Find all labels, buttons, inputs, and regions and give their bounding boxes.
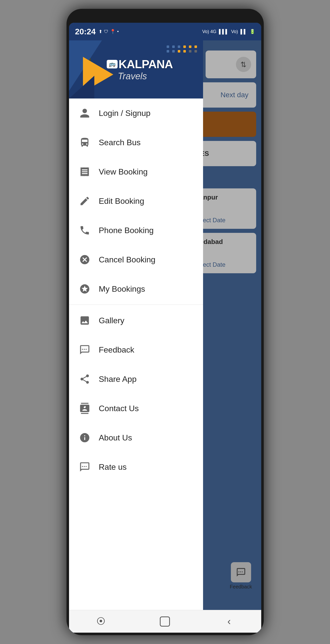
menu-item-gallery[interactable]: Gallery: [69, 306, 203, 335]
phone-screen: 20:24 ⬆ 🛡 📍 • Vo) 4G ▌▌▌ Vo) ▌▌ 🔋: [69, 23, 261, 633]
screen-content: ⇅ Next day S ELINES es: [69, 40, 261, 610]
dot-icon: •: [117, 29, 119, 34]
status-bar: 20:24 ⬆ 🛡 📍 • Vo) 4G ▌▌▌ Vo) ▌▌ 🔋: [69, 23, 261, 40]
signal-bars2: ▌▌: [240, 29, 247, 34]
menu-label-search-bus: Search Bus: [99, 138, 141, 147]
contact-icon: [78, 402, 91, 415]
status-icons: ⬆ 🛡 📍 •: [99, 29, 119, 34]
share-icon: [78, 373, 91, 386]
phone-frame: 20:24 ⬆ 🛡 📍 • Vo) 4G ▌▌▌ Vo) ▌▌ 🔋: [67, 9, 264, 635]
receipt-icon: [78, 165, 91, 178]
home-button[interactable]: [155, 614, 175, 629]
signal-text2: Vo): [231, 29, 238, 34]
back-button[interactable]: ‹: [219, 614, 239, 629]
status-time: 20:24: [75, 27, 96, 36]
menu-label-view-booking: View Booking: [99, 167, 148, 177]
battery-icon: 🔋: [250, 29, 255, 34]
image-icon: [78, 314, 91, 327]
side-drawer: 🚌 KALPANA Travels: [69, 40, 203, 610]
phone-icon: [78, 224, 91, 237]
menu-item-my-bookings[interactable]: My Bookings: [69, 274, 203, 304]
menu-label-about-us: About Us: [99, 433, 132, 442]
menu-label-gallery: Gallery: [99, 316, 124, 325]
menu-label-phone-booking: Phone Booking: [99, 226, 154, 235]
menu-label-rate-us: Rate us: [99, 462, 127, 472]
bus-icon: [78, 136, 91, 149]
back-icon: ‹: [227, 616, 231, 627]
menu-item-contact-us[interactable]: Contact Us: [69, 394, 203, 423]
shield-icon: 🛡: [104, 29, 108, 34]
logo-row: 🚌 KALPANA: [107, 57, 173, 71]
person-icon: [78, 107, 91, 120]
rate-icon: [78, 460, 91, 474]
menu-item-edit-booking[interactable]: Edit Booking: [69, 186, 203, 216]
cancel-icon: [78, 253, 91, 266]
tri-blue-bottom: [69, 76, 94, 98]
dots-pattern-top: [167, 45, 198, 53]
recent-apps-icon: ⦿: [96, 616, 105, 627]
phone-notch: [146, 9, 184, 16]
drawer-menu: Login / Signup Search Bus: [69, 98, 203, 610]
edit-icon: [78, 194, 91, 208]
menu-item-share-app[interactable]: Share App: [69, 364, 203, 394]
feedback-icon: [78, 343, 91, 356]
menu-item-login[interactable]: Login / Signup: [69, 98, 203, 128]
logo-badge: 🚌: [107, 60, 118, 68]
star-badge-icon: [78, 282, 91, 295]
logo-bus-emoji: 🚌: [109, 61, 116, 67]
brand-name: KALPANA: [119, 57, 173, 71]
menu-label-cancel-booking: Cancel Booking: [99, 255, 156, 264]
status-right: Vo) 4G ▌▌▌ Vo) ▌▌ 🔋: [202, 29, 255, 34]
status-left: 20:24 ⬆ 🛡 📍 •: [75, 27, 119, 36]
menu-label-my-bookings: My Bookings: [99, 284, 145, 294]
nav-bar: ⦿ ‹: [69, 610, 261, 633]
brand-sub: Travels: [118, 71, 147, 82]
menu-item-feedback[interactable]: Feedback: [69, 335, 203, 364]
menu-label-feedback: Feedback: [99, 345, 135, 355]
menu-label-login: Login / Signup: [99, 109, 151, 118]
signal-bars: ▌▌▌: [219, 29, 229, 34]
menu-item-rate-us[interactable]: Rate us: [69, 452, 203, 482]
logo-area: 🚌 KALPANA Travels: [107, 57, 173, 82]
drawer-header: 🚌 KALPANA Travels: [69, 40, 203, 98]
menu-label-share-app: Share App: [99, 375, 137, 384]
menu-item-view-booking[interactable]: View Booking: [69, 157, 203, 186]
recent-apps-button[interactable]: ⦿: [91, 614, 111, 629]
signal-text: Vo) 4G: [202, 29, 216, 34]
menu-divider: [69, 305, 203, 305]
home-icon: [160, 616, 170, 627]
info-icon: [78, 431, 91, 444]
menu-item-cancel-booking[interactable]: Cancel Booking: [69, 245, 203, 274]
menu-item-phone-booking[interactable]: Phone Booking: [69, 216, 203, 245]
menu-item-about-us[interactable]: About Us: [69, 423, 203, 452]
kb-icon: ⬆: [99, 29, 102, 34]
location-icon: 📍: [110, 29, 116, 34]
menu-item-search-bus[interactable]: Search Bus: [69, 128, 203, 157]
menu-label-edit-booking: Edit Booking: [99, 196, 144, 206]
menu-label-contact-us: Contact Us: [99, 404, 139, 413]
